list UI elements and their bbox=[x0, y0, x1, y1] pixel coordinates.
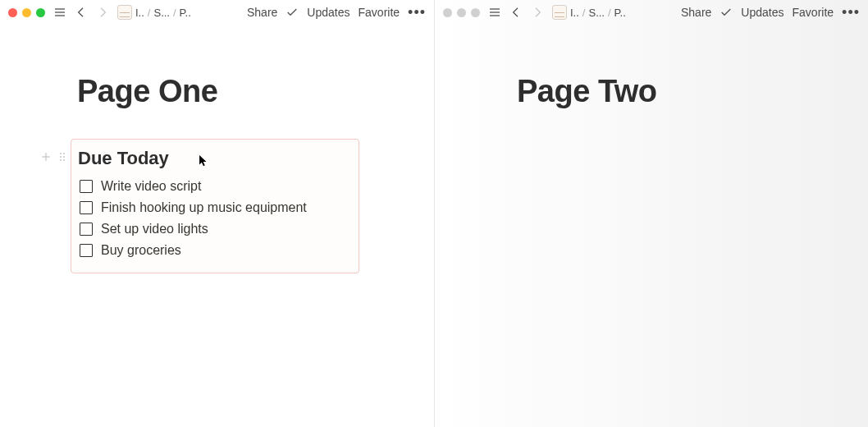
svg-point-7 bbox=[60, 156, 62, 158]
minimize-window-icon[interactable] bbox=[457, 8, 466, 17]
svg-point-5 bbox=[60, 153, 62, 154]
breadcrumb-part-2[interactable]: S... bbox=[153, 7, 170, 19]
todo-label[interactable]: Finish hooking up music equipment bbox=[101, 200, 307, 215]
close-window-icon[interactable] bbox=[8, 8, 17, 17]
page-content-right: Page Two bbox=[435, 25, 868, 109]
toolbar-left: I.. / S... / P.. Share Updates Favorite … bbox=[0, 0, 434, 25]
breadcrumb[interactable]: I.. / S... / P.. bbox=[117, 5, 191, 20]
breadcrumb-part-3[interactable]: P.. bbox=[180, 7, 191, 19]
todo-item[interactable]: Finish hooking up music equipment bbox=[78, 197, 352, 218]
breadcrumb-separator: / bbox=[582, 7, 586, 19]
maximize-window-icon[interactable] bbox=[471, 8, 480, 17]
more-menu-icon[interactable]: ••• bbox=[408, 5, 426, 20]
selected-block[interactable]: Due Today Write video script Finish hook… bbox=[71, 139, 359, 273]
right-window: I.. / S... / P.. Share Updates Favorite … bbox=[434, 0, 868, 427]
svg-point-8 bbox=[63, 156, 65, 158]
checkbox-icon[interactable] bbox=[80, 180, 93, 193]
page-content-left: Page One Due Today Write video script bbox=[0, 25, 434, 273]
checkbox-icon[interactable] bbox=[80, 223, 93, 236]
left-window: I.. / S... / P.. Share Updates Favorite … bbox=[0, 0, 434, 427]
todo-label[interactable]: Write video script bbox=[101, 179, 201, 194]
page-title[interactable]: Page One bbox=[77, 74, 434, 109]
breadcrumb-separator: / bbox=[608, 7, 611, 19]
page-icon bbox=[552, 5, 567, 20]
sidebar-toggle-icon[interactable] bbox=[53, 6, 66, 19]
block-heading[interactable]: Due Today bbox=[78, 148, 352, 169]
svg-point-10 bbox=[63, 159, 65, 161]
drag-handle-icon[interactable] bbox=[56, 150, 69, 163]
window-traffic-lights[interactable] bbox=[443, 8, 480, 17]
todo-label[interactable]: Set up video lights bbox=[101, 222, 208, 236]
sidebar-toggle-icon[interactable] bbox=[488, 6, 501, 19]
svg-point-6 bbox=[63, 153, 65, 154]
favorite-button[interactable]: Favorite bbox=[793, 6, 834, 19]
todo-item[interactable]: Buy groceries bbox=[78, 240, 352, 261]
breadcrumb-part-1[interactable]: I.. bbox=[135, 7, 144, 19]
block-handles[interactable] bbox=[39, 150, 69, 163]
close-window-icon[interactable] bbox=[443, 8, 452, 17]
nav-forward-icon[interactable] bbox=[531, 6, 544, 19]
updates-button[interactable]: Updates bbox=[741, 6, 783, 19]
favorite-button[interactable]: Favorite bbox=[359, 6, 400, 19]
mouse-cursor-icon bbox=[199, 154, 208, 168]
updates-button[interactable]: Updates bbox=[307, 6, 349, 19]
breadcrumb-separator: / bbox=[173, 7, 176, 19]
updates-check-icon bbox=[286, 6, 299, 19]
checkbox-icon[interactable] bbox=[80, 244, 93, 257]
breadcrumb-part-1[interactable]: I.. bbox=[570, 7, 579, 19]
todo-item[interactable]: Write video script bbox=[78, 176, 352, 197]
share-button[interactable]: Share bbox=[681, 6, 711, 19]
updates-check-icon bbox=[720, 6, 733, 19]
more-menu-icon[interactable]: ••• bbox=[842, 5, 860, 20]
nav-back-icon[interactable] bbox=[75, 6, 88, 19]
share-button[interactable]: Share bbox=[247, 6, 277, 19]
plus-icon[interactable] bbox=[39, 150, 53, 163]
todo-item[interactable]: Set up video lights bbox=[78, 218, 352, 240]
window-traffic-lights[interactable] bbox=[8, 8, 45, 17]
svg-point-9 bbox=[60, 159, 62, 161]
nav-forward-icon[interactable] bbox=[96, 6, 109, 19]
checkbox-icon[interactable] bbox=[80, 201, 93, 214]
nav-back-icon[interactable] bbox=[509, 6, 523, 19]
breadcrumb-part-2[interactable]: S... bbox=[588, 7, 605, 19]
page-title[interactable]: Page Two bbox=[517, 74, 868, 109]
breadcrumb-separator: / bbox=[148, 7, 151, 19]
minimize-window-icon[interactable] bbox=[22, 8, 31, 17]
toolbar-right: I.. / S... / P.. Share Updates Favorite … bbox=[435, 0, 868, 25]
selected-block-wrap: Due Today Write video script Finish hook… bbox=[0, 139, 434, 273]
breadcrumb[interactable]: I.. / S... / P.. bbox=[552, 5, 626, 20]
page-icon bbox=[117, 5, 132, 20]
maximize-window-icon[interactable] bbox=[36, 8, 45, 17]
breadcrumb-part-3[interactable]: P.. bbox=[614, 7, 626, 19]
todo-label[interactable]: Buy groceries bbox=[101, 243, 181, 258]
